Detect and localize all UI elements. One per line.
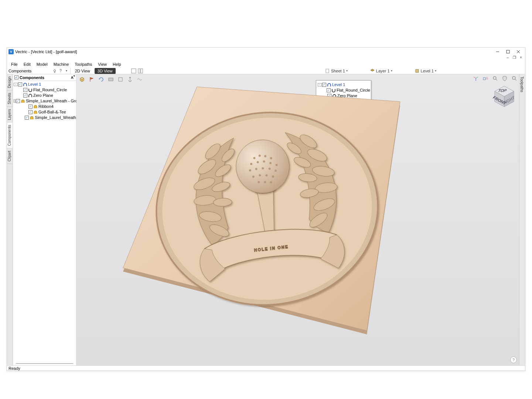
tree-checkbox[interactable]	[18, 82, 22, 86]
mdi-restore-button[interactable]: ❐	[512, 56, 517, 60]
sheet-dropdown-label: Sheet 1	[331, 69, 345, 73]
minimize-button[interactable]	[492, 48, 503, 55]
component-shape-icon	[28, 94, 33, 98]
tree-checkbox[interactable]	[23, 88, 27, 92]
tree-checkbox[interactable]	[28, 105, 33, 109]
axis-icon[interactable]	[473, 75, 479, 82]
component-shape-icon	[28, 88, 33, 92]
components-master-checkbox[interactable]	[14, 75, 18, 79]
viewport-3d[interactable]: TOP FRONT RIGHT -Level 1Flat_Round_Circl…	[76, 74, 519, 365]
mdi-minimize-button[interactable]: –	[505, 56, 510, 60]
menu-toolpaths[interactable]: Toolpaths	[72, 62, 95, 67]
component-shape-icon	[21, 99, 25, 103]
components-tree-row[interactable]: Zero Plane	[14, 93, 76, 98]
menu-edit[interactable]: Edit	[21, 62, 33, 67]
left-side-tabs: Design Sheets Layers Components Clipart	[7, 74, 13, 365]
tab-3d-view[interactable]: 3D View	[95, 68, 116, 74]
tab-2d-view[interactable]: 2D View	[72, 68, 93, 74]
panel-pin-icon[interactable]	[52, 69, 57, 73]
side-tab-design[interactable]: Design	[7, 74, 13, 91]
svg-rect-6	[141, 69, 143, 73]
close-button[interactable]	[513, 48, 524, 55]
svg-line-12	[476, 77, 478, 78]
svg-rect-7	[326, 69, 329, 73]
cube-icon[interactable]	[79, 76, 85, 83]
right-side-tabs: Toolpaths	[519, 74, 525, 365]
chevron-down-icon: ▾	[391, 69, 392, 72]
svg-point-17	[493, 76, 496, 79]
tree-checkbox[interactable]	[23, 93, 27, 98]
level-dropdown[interactable]: Level 1 ▾	[415, 68, 436, 74]
panel-resizer[interactable]	[16, 363, 73, 364]
menu-file[interactable]: File	[8, 62, 20, 67]
flag-icon[interactable]	[88, 76, 95, 83]
view-cube[interactable]: TOP FRONT RIGHT	[492, 85, 516, 108]
tree-item-label: Simple_Laurel_Wreath	[35, 115, 76, 120]
side-tab-layers[interactable]: Layers	[7, 107, 13, 123]
tree-item-label: Simple_Laurel_Wreath - Gro	[26, 98, 78, 104]
sheet-dropdown[interactable]: Sheet 1 ▾	[325, 68, 348, 74]
component-shape-icon	[23, 83, 27, 86]
status-text: Ready	[8, 366, 20, 371]
components-tree-row[interactable]: Ribbon4	[14, 104, 76, 109]
menu-help[interactable]: Help	[110, 62, 124, 67]
shield-icon[interactable]	[501, 75, 508, 82]
svg-point-19	[512, 76, 515, 79]
components-tree[interactable]: -Level 1Flat_Round_CircleZero Plane-Simp…	[13, 81, 76, 120]
components-panel: Components ʌ ˅ -Level 1Flat_Round_Circle…	[13, 74, 76, 365]
tree-checkbox[interactable]	[28, 110, 33, 114]
components-section-header[interactable]: Components ʌ ˅	[13, 74, 76, 81]
app-icon: V	[8, 49, 14, 54]
component-shape-icon	[33, 110, 38, 114]
maximize-button[interactable]	[503, 48, 513, 55]
shapes-icon[interactable]	[482, 75, 489, 82]
panel-help-icon[interactable]: ?	[58, 69, 63, 73]
component-shape-icon	[33, 105, 38, 109]
chevron-down-icon: ▾	[435, 69, 436, 72]
side-tab-clipart[interactable]: Clipart	[7, 149, 13, 164]
menubar: File Edit Model Machine Toolpaths View H…	[7, 61, 525, 68]
tree-expander-icon[interactable]: -	[14, 83, 18, 86]
svg-rect-8	[416, 69, 419, 72]
layout-split-icon[interactable]	[137, 68, 144, 74]
help-button[interactable]: ?	[510, 357, 517, 363]
tree-expander-icon[interactable]: -	[14, 99, 16, 103]
components-tree-row[interactable]: Simple_Laurel_Wreath	[14, 115, 76, 120]
svg-marker-16	[486, 77, 488, 79]
svg-line-18	[496, 79, 497, 81]
components-panel-header: Components ? ▾	[7, 68, 71, 74]
components-tree-row[interactable]: -Level 1	[14, 82, 76, 87]
components-tree-row[interactable]: -Simple_Laurel_Wreath - Gro	[14, 98, 76, 104]
chevron-down-icon: ▾	[346, 69, 348, 72]
layout-single-icon[interactable]	[130, 68, 137, 74]
zoom-extents-icon[interactable]	[511, 75, 518, 82]
panel-menu-icon[interactable]: ▾	[64, 69, 69, 73]
layer-icon	[370, 68, 375, 74]
layer-dropdown[interactable]: Layer 1 ▾	[370, 68, 392, 74]
zoom-icon[interactable]	[492, 75, 498, 82]
level-icon	[415, 68, 420, 74]
tree-checkbox[interactable]	[25, 116, 29, 120]
mdi-close-button[interactable]: ×	[518, 56, 524, 60]
side-tab-toolpaths[interactable]: Toolpaths	[519, 74, 524, 95]
mdi-child-controls: – ❐ ×	[7, 56, 525, 61]
side-tab-sheets[interactable]: Sheets	[7, 91, 13, 107]
rotate-icon[interactable]	[98, 76, 105, 83]
tree-item-label: Ribbon4	[38, 104, 54, 109]
svg-rect-4	[132, 69, 136, 73]
side-tab-components[interactable]: Components	[7, 123, 13, 149]
svg-rect-1	[507, 50, 509, 53]
svg-line-13	[474, 77, 476, 78]
menu-model[interactable]: Model	[34, 62, 50, 67]
tree-checkbox[interactable]	[16, 99, 20, 103]
components-tree-row[interactable]: Flat_Round_Circle	[14, 87, 76, 93]
svg-text:TOP: TOP	[498, 88, 508, 93]
status-bar: Ready	[7, 365, 525, 371]
components-tree-row[interactable]: Golf-Ball-&-Tee	[14, 109, 76, 115]
menu-machine[interactable]: Machine	[51, 62, 72, 67]
menu-view[interactable]: View	[95, 62, 109, 67]
viewport-top-right-tools	[473, 75, 518, 82]
collapse-icon[interactable]: ʌ ˅	[71, 75, 75, 80]
svg-rect-5	[138, 69, 140, 73]
tree-item-label: Zero Plane	[33, 93, 53, 98]
